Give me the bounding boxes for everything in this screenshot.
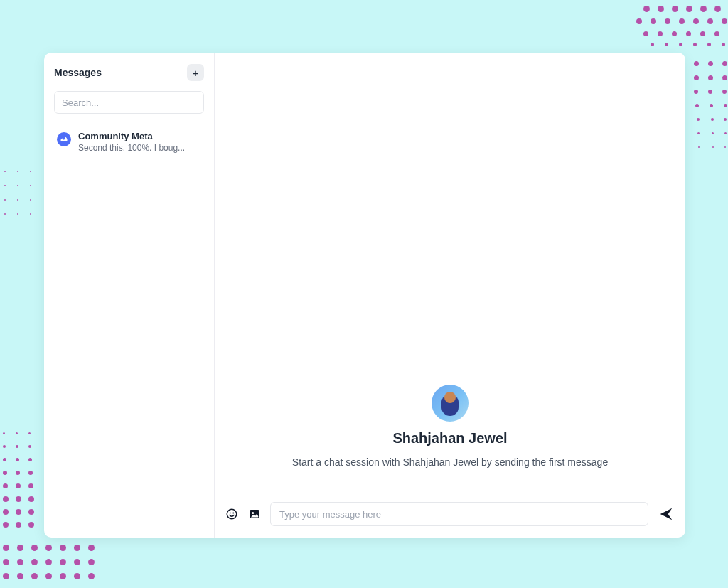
conversation-name: Community Meta [78, 131, 185, 143]
chat-panel: Shahjahan Jewel Start a chat session wit… [215, 53, 685, 538]
community-avatar-icon [57, 132, 71, 146]
new-message-button[interactable]: + [187, 64, 204, 81]
peer-avatar [432, 385, 469, 422]
svg-point-0 [227, 509, 237, 519]
svg-point-1 [230, 513, 231, 514]
svg-point-2 [232, 513, 234, 514]
svg-point-4 [252, 512, 254, 514]
conversation-text: Community Meta Second this. 100%. I boug… [78, 131, 185, 153]
message-input[interactable] [270, 502, 648, 526]
sidebar: Messages + Community Meta Second this. 1… [44, 53, 215, 538]
app-card: Messages + Community Meta Second this. 1… [44, 53, 685, 538]
composer [215, 493, 685, 538]
conversation-preview: Second this. 100%. I boug... [78, 143, 185, 153]
sidebar-title: Messages [54, 67, 102, 78]
peer-name: Shahjahan Jewel [392, 430, 507, 447]
chat-body: Shahjahan Jewel Start a chat session wit… [215, 53, 685, 493]
chat-start-hint: Start a chat session with Shahjahan Jewe… [292, 456, 608, 468]
sidebar-header: Messages + [54, 64, 204, 81]
image-icon[interactable] [247, 507, 262, 521]
send-button[interactable] [657, 505, 675, 523]
search-input[interactable] [54, 91, 204, 114]
conversation-list: Community Meta Second this. 100%. I boug… [54, 127, 204, 157]
conversation-item[interactable]: Community Meta Second this. 100%. I boug… [54, 127, 204, 157]
emoji-icon[interactable] [225, 507, 239, 521]
